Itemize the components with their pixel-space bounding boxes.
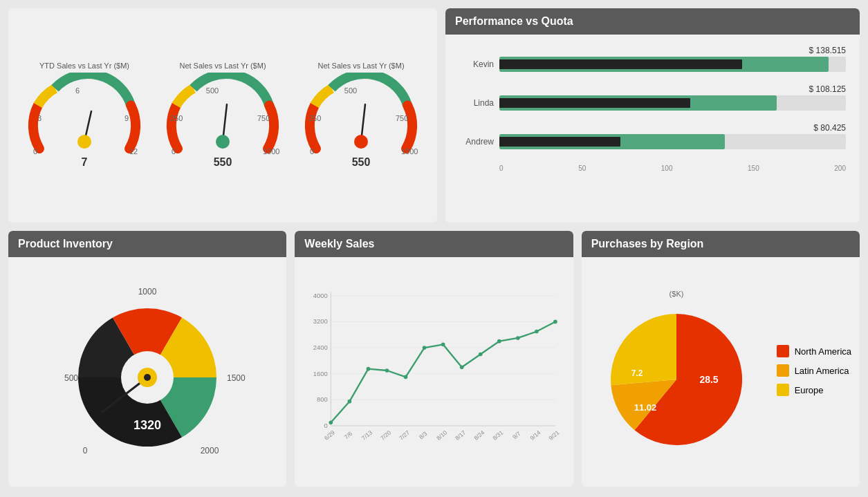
dashboard: YTD Sales vs Last Yr ($M) 0 6 12 3 9 (0, 0, 868, 497)
gauge-ytd-sales: YTD Sales vs Last Yr ($M) 0 6 12 3 9 (15, 62, 154, 169)
gauge-net2-svg: 0 500 1000 250 750 550 (299, 73, 423, 169)
bottom-row: Product Inventory (8, 231, 860, 487)
svg-text:7: 7 (82, 156, 88, 168)
weekly-sales-svg: 0 800 1600 2400 3200 4000 (302, 264, 562, 477)
axis-0: 0 (499, 165, 504, 172)
svg-text:750: 750 (396, 114, 408, 122)
svg-point-49 (348, 400, 352, 404)
svg-text:8/3: 8/3 (418, 430, 429, 440)
svg-text:($K): ($K) (669, 290, 683, 298)
purchases-header: Purchases by Region (582, 231, 860, 257)
svg-text:28.5: 28.5 (699, 374, 718, 385)
legend-europe: Europe (777, 384, 851, 396)
svg-point-54 (441, 343, 445, 347)
svg-text:500: 500 (64, 373, 78, 383)
gauge-net1-title: Net Sales vs Last Yr ($M) (179, 62, 266, 70)
svg-text:7/6: 7/6 (343, 430, 354, 440)
svg-text:500: 500 (344, 86, 357, 95)
svg-text:550: 550 (214, 156, 232, 168)
svg-point-6 (77, 135, 91, 149)
svg-text:1320: 1320 (133, 418, 161, 432)
purchases-panel: Purchases by Region ($K) (582, 231, 860, 487)
gauge-net-sales-1: Net Sales vs Last Yr ($M) 0 500 1000 250… (154, 62, 292, 169)
legend-color-europe (777, 384, 789, 396)
svg-text:1000: 1000 (401, 147, 418, 156)
perf-bar-row-kevin: Kevin (459, 57, 846, 72)
svg-text:2000: 2000 (201, 446, 219, 456)
performance-header: Performance vs Quota (445, 8, 860, 35)
svg-point-53 (423, 346, 427, 350)
perf-amount-kevin: $ 138.515 (459, 46, 846, 55)
svg-text:9/21: 9/21 (548, 429, 561, 441)
perf-amount-andrew: $ 80.425 (459, 123, 846, 133)
svg-point-59 (535, 330, 539, 334)
svg-text:0: 0 (172, 147, 176, 156)
perf-name-andrew: Andrew (459, 137, 494, 147)
performance-content: $ 138.515 Kevin $ 108.125 Linda (445, 35, 860, 179)
weekly-panel: Weekly Sales 0 800 (295, 231, 573, 487)
svg-text:6: 6 (75, 86, 80, 95)
svg-text:4000: 4000 (313, 292, 328, 299)
legend-latin-america: Latin America (777, 364, 851, 377)
svg-point-22 (354, 135, 368, 149)
svg-point-57 (497, 339, 501, 344)
svg-text:9/14: 9/14 (529, 429, 542, 441)
legend-label-latin-america: Latin America (795, 366, 849, 376)
perf-bar-black-linda (499, 98, 690, 108)
performance-panel: Performance vs Quota $ 138.515 Kevin $ 1… (445, 8, 860, 223)
svg-text:7.2: 7.2 (631, 368, 643, 378)
gauges-panel: YTD Sales vs Last Yr ($M) 0 6 12 3 9 (8, 8, 437, 223)
perf-row-andrew: $ 80.425 Andrew (459, 123, 846, 149)
svg-text:0: 0 (310, 147, 314, 156)
svg-text:8/10: 8/10 (436, 429, 449, 441)
svg-text:1000: 1000 (138, 287, 157, 297)
axis-150: 150 (748, 165, 759, 172)
svg-text:11.02: 11.02 (634, 402, 656, 413)
svg-point-55 (460, 365, 464, 369)
legend-north-america: North America (777, 345, 851, 357)
svg-point-14 (216, 135, 230, 149)
perf-axis: 0 50 100 150 200 (459, 162, 846, 172)
axis-50: 50 (578, 165, 586, 172)
svg-text:1600: 1600 (313, 370, 328, 377)
svg-text:550: 550 (352, 156, 371, 168)
legend-color-latin-america (777, 364, 789, 377)
svg-point-27 (144, 374, 151, 381)
svg-text:7/20: 7/20 (379, 429, 392, 441)
svg-text:9: 9 (124, 114, 129, 122)
svg-text:8/17: 8/17 (454, 429, 468, 441)
svg-text:3200: 3200 (313, 317, 328, 325)
gauge-net1-svg: 0 500 1000 250 750 550 (160, 73, 285, 169)
perf-amount-linda: $ 108.125 (459, 84, 846, 94)
perf-bar-black-kevin (499, 59, 742, 69)
svg-text:12: 12 (129, 147, 138, 156)
svg-text:7/27: 7/27 (398, 429, 411, 441)
svg-point-56 (479, 353, 483, 357)
svg-text:250: 250 (308, 114, 321, 122)
purchases-svg: ($K) (590, 283, 763, 456)
perf-row-kevin: $ 138.515 Kevin (459, 46, 846, 72)
inventory-panel: Product Inventory (8, 231, 286, 487)
purchases-legend: North America Latin America Europe (777, 345, 851, 396)
svg-point-60 (553, 320, 557, 324)
legend-color-north-america (777, 345, 789, 357)
svg-text:3: 3 (37, 114, 41, 122)
svg-point-51 (385, 368, 389, 373)
axis-200: 200 (834, 165, 846, 172)
svg-text:7/13: 7/13 (360, 429, 373, 441)
svg-text:1500: 1500 (227, 373, 246, 383)
svg-text:0: 0 (83, 446, 88, 456)
axis-100: 100 (661, 165, 673, 172)
svg-text:1000: 1000 (263, 147, 279, 156)
perf-bar-bg-andrew (499, 134, 846, 149)
weekly-content: 0 800 1600 2400 3200 4000 (295, 257, 573, 484)
purchases-content: ($K) (582, 257, 860, 484)
perf-bar-bg-linda (499, 95, 846, 111)
legend-label-north-america: North America (795, 346, 851, 357)
perf-row-linda: $ 108.125 Linda (459, 84, 846, 111)
legend-label-europe: Europe (795, 385, 824, 395)
svg-text:750: 750 (257, 114, 270, 122)
perf-bar-row-andrew: Andrew (459, 134, 846, 149)
perf-name-linda: Linda (459, 98, 494, 108)
gauge-ytd-title: YTD Sales vs Last Yr ($M) (39, 62, 129, 70)
